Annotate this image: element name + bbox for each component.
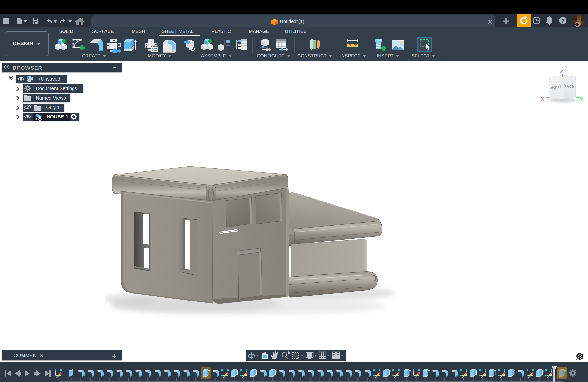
svg-text:Z: Z [560, 69, 563, 74]
svg-text:X: X [541, 96, 544, 102]
svg-text:?: ? [561, 18, 565, 23]
svg-text:Y: Y [579, 96, 583, 102]
